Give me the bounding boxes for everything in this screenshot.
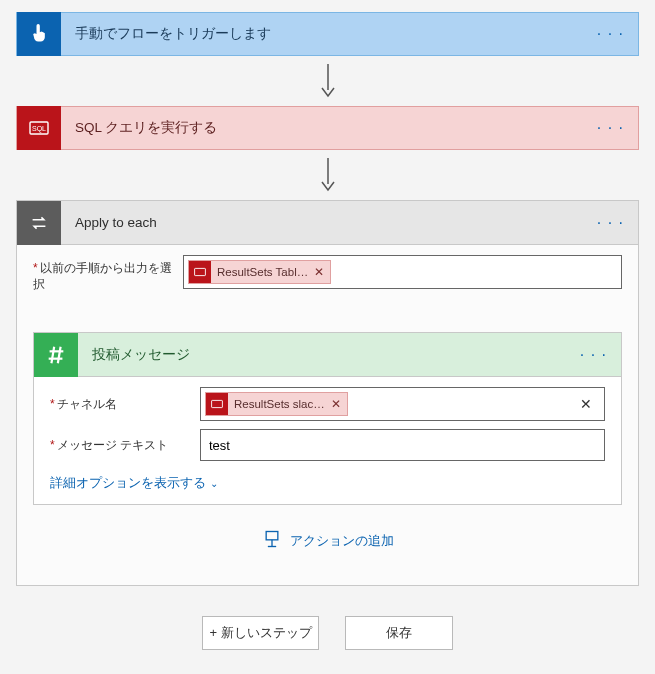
slack-title: 投稿メッセージ (78, 346, 566, 364)
sql-icon: SQL (17, 106, 61, 150)
apply-to-each-title: Apply to each (61, 215, 583, 230)
token-label: ResultSets Tabl… (217, 266, 308, 278)
apply-to-each-menu-button[interactable]: · · · (583, 214, 638, 232)
channel-input[interactable]: ResultSets slac… ✕ ✕ (200, 387, 605, 421)
token-label: ResultSets slac… (234, 398, 325, 410)
slack-menu-button[interactable]: · · · (566, 346, 621, 364)
trigger-card[interactable]: 手動でフローをトリガーします · · · (16, 12, 639, 56)
new-step-button[interactable]: + 新しいステップ (202, 616, 318, 650)
connector-arrow (16, 56, 639, 106)
svg-line-7 (51, 346, 54, 363)
sql-icon (189, 261, 211, 283)
clear-channel-button[interactable]: ✕ (580, 396, 592, 412)
loop-icon (17, 201, 61, 245)
slack-card: 投稿メッセージ · · · *チャネル名 ResultSets slac… ✕ … (33, 332, 622, 505)
slack-header[interactable]: 投稿メッセージ · · · (34, 333, 621, 377)
sql-menu-button[interactable]: · · · (583, 119, 638, 137)
apply-to-each-container: Apply to each · · · *以前の手順から出力を選択 Result… (16, 200, 639, 586)
token-resultsets-table[interactable]: ResultSets Tabl… ✕ (188, 260, 331, 284)
from-label: *以前の手順から出力を選択 (33, 255, 183, 292)
add-action-icon (262, 529, 282, 553)
trigger-title: 手動でフローをトリガーします (61, 25, 583, 43)
token-remove-button[interactable]: ✕ (331, 397, 341, 411)
save-button[interactable]: 保存 (345, 616, 453, 650)
token-remove-button[interactable]: ✕ (314, 265, 324, 279)
token-resultsets-slack[interactable]: ResultSets slac… ✕ (205, 392, 348, 416)
hash-icon (34, 333, 78, 377)
svg-rect-4 (195, 268, 206, 275)
sql-title: SQL クエリを実行する (61, 119, 583, 137)
sql-card[interactable]: SQL SQL クエリを実行する · · · (16, 106, 639, 150)
svg-line-8 (58, 346, 61, 363)
connector-arrow (16, 150, 639, 200)
channel-label: *チャネル名 (50, 396, 190, 413)
svg-text:SQL: SQL (32, 125, 46, 133)
apply-to-each-header[interactable]: Apply to each · · · (17, 201, 638, 245)
message-text-input[interactable] (200, 429, 605, 461)
touch-icon (17, 12, 61, 56)
svg-rect-10 (266, 532, 278, 540)
add-action-link[interactable]: アクションの追加 (290, 532, 394, 550)
sql-icon (206, 393, 228, 415)
show-advanced-options-link[interactable]: 詳細オプションを表示する⌄ (34, 465, 621, 504)
from-input[interactable]: ResultSets Tabl… ✕ (183, 255, 622, 289)
trigger-menu-button[interactable]: · · · (583, 25, 638, 43)
svg-rect-9 (212, 401, 223, 408)
chevron-down-icon: ⌄ (210, 478, 218, 489)
message-label: *メッセージ テキスト (50, 437, 190, 454)
